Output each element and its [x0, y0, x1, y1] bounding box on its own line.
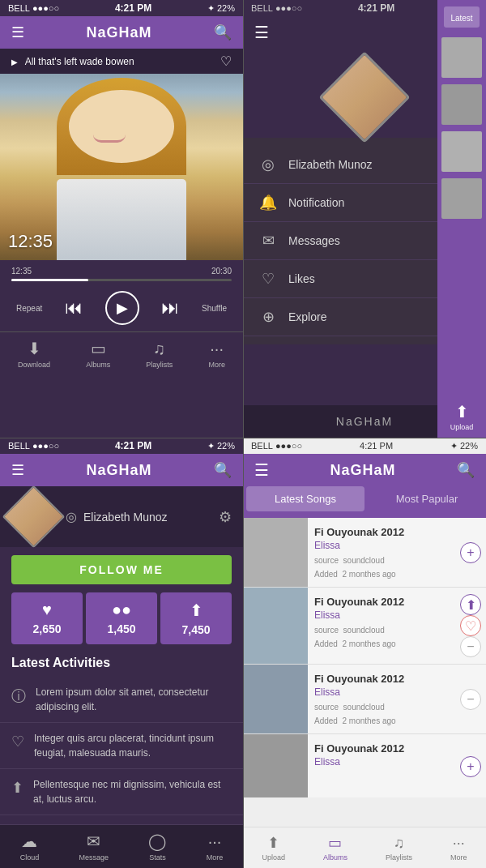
play-button[interactable]: ▶	[105, 291, 139, 325]
drawer-footer-text: NaGHaM	[336, 415, 393, 428]
song-add-button-0[interactable]: +	[460, 542, 481, 563]
tab-playlists[interactable]: ♫ Playlists	[146, 340, 173, 369]
song-remove-button-2[interactable]: −	[460, 689, 481, 710]
song-thumb-1	[243, 588, 308, 664]
drawer-likes-label: Likes	[288, 272, 315, 285]
carrier-label: BELL	[8, 3, 30, 13]
bluetooth-br-icon: ✦	[450, 441, 458, 451]
song-item-1: Fi Ouyounak 2012 Elissa source soundclou…	[243, 588, 486, 665]
follow-button[interactable]: FOLLOW ME	[11, 555, 232, 584]
profile-avatar	[2, 485, 66, 549]
uploads-value: 7,450	[181, 623, 210, 636]
more-icon-profile: ···	[208, 832, 222, 851]
profile-settings-icon[interactable]: ⚙	[219, 508, 232, 526]
wifi-bl-icon: ●●●○○	[32, 441, 59, 451]
stats-label: Stats	[149, 853, 166, 862]
avatar-image	[322, 55, 407, 139]
profile-tab-message[interactable]: ✉ Message	[79, 832, 109, 862]
profile-tab-stats[interactable]: ◯ Stats	[148, 832, 166, 862]
strip-thumb-2	[441, 84, 482, 125]
activity-text-2: Pellentesque nec mi dignissim, vehicula …	[33, 777, 232, 806]
song-name-0: Fi Ouyounak 2012	[314, 526, 449, 538]
profile-username: Elizabeth Munoz	[83, 511, 168, 524]
playlists-tab-icon: ♫	[394, 835, 405, 852]
songs-tab-albums[interactable]: ▭ Albums	[323, 834, 347, 862]
progress-bar[interactable]	[11, 279, 232, 281]
follow-btn-area: FOLLOW ME	[0, 547, 243, 592]
stat-likes: ♥ 2,650	[11, 592, 83, 644]
profile-bottom-nav: ☁ Cloud ✉ Message ◯ Stats ··· More	[0, 824, 243, 868]
albums-icon: ▭	[91, 339, 106, 358]
search-icon[interactable]: 🔍	[214, 24, 232, 41]
status-right: ✦ 22%	[207, 3, 235, 14]
profile-user-icon: ◎	[259, 156, 277, 173]
top-nav-profile: ☰ NaGHaM 🔍	[0, 454, 243, 486]
song-add-button-3[interactable]: +	[460, 756, 481, 777]
tab-more-player[interactable]: ··· More	[208, 340, 225, 369]
search-songs-icon[interactable]: 🔍	[457, 461, 475, 479]
top-nav-player: ☰ NaGHaM 🔍	[0, 16, 243, 49]
song-actions-1: ⬆ ♡ −	[455, 588, 486, 664]
activity-item-0: ⓘ Lorem ipsum dolor sit amet, consectetu…	[0, 677, 243, 723]
rewind-button[interactable]: ⏮	[65, 297, 83, 319]
song-remove-button-1[interactable]: −	[460, 636, 481, 657]
upload-button-strip[interactable]: ⬆ Upload	[437, 396, 486, 438]
profile-name-area: ◎ Elizabeth Munoz ⚙	[66, 508, 232, 526]
playlists-tab-label: Playlists	[386, 853, 412, 862]
cloud-icon: ☁	[21, 832, 37, 851]
tab-latest-songs[interactable]: Latest Songs	[246, 486, 364, 511]
search-profile-icon[interactable]: 🔍	[214, 461, 232, 479]
time-label: 4:21 PM	[115, 2, 151, 14]
favorite-icon[interactable]: ♡	[220, 53, 232, 69]
followers-stat-icon: ●●	[112, 601, 131, 619]
song-added-2: Added 2 monthes ago	[314, 716, 449, 725]
songs-tab-upload[interactable]: ⬆ Upload	[262, 834, 285, 862]
song-actions-3: +	[455, 734, 486, 797]
drawer-notification-label: Notification	[288, 196, 344, 209]
strip-thumb-3	[441, 131, 482, 172]
drawer-profile-label: Elizabeth Munoz	[288, 158, 373, 171]
total-time: 20:30	[211, 267, 232, 276]
app-title-profile: NaGHaM	[86, 462, 151, 479]
profile-tab-cloud[interactable]: ☁ Cloud	[20, 832, 40, 862]
album-art: 12:35	[0, 74, 243, 260]
bottom-tabs-player: ⬇ Download ▭ Albums ♫ Playlists ··· More	[0, 331, 243, 375]
tab-albums[interactable]: ▭ Albums	[86, 339, 110, 369]
bluetooth-icon: ✦	[207, 3, 215, 14]
songs-tab-playlists[interactable]: ♫ Playlists	[386, 835, 412, 862]
download-icon: ⬇	[28, 339, 41, 358]
progress-area: 12:35 20:30	[0, 260, 243, 284]
forward-button[interactable]: ⏭	[161, 297, 179, 319]
song-details-2: Fi Ouyounak 2012 Elissa source soundclou…	[308, 665, 455, 733]
activities-title: Latest Activities	[0, 652, 243, 677]
download-label: Download	[18, 361, 50, 369]
battery-label: 22%	[217, 3, 235, 13]
song-artist-2: Elissa	[314, 686, 449, 698]
app-title-songs: NaGHaM	[330, 462, 395, 479]
profile-tab-more[interactable]: ··· More	[207, 832, 224, 862]
song-added-0: Added 2 monthes ago	[314, 570, 449, 579]
stats-row: ♥ 2,650 ●● 1,450 ⬆ 7,450	[0, 592, 243, 652]
song-upload-button-1[interactable]: ⬆	[460, 594, 481, 615]
bluetooth-bl-icon: ✦	[207, 441, 215, 451]
latest-label: Latest	[450, 14, 472, 23]
progress-bar-fill	[11, 279, 88, 281]
song-meta-1: source soundcloud	[314, 626, 449, 635]
hamburger-profile[interactable]: ☰	[11, 461, 24, 479]
song-actions-0: +	[455, 518, 486, 587]
songs-tab-more[interactable]: ··· More	[450, 835, 467, 862]
song-artist-1: Elissa	[314, 609, 449, 621]
song-added-1: Added 2 monthes ago	[314, 639, 449, 648]
hamburger-drawer[interactable]: ☰	[254, 23, 269, 42]
tab-most-popular[interactable]: Most Papular	[368, 486, 486, 511]
repeat-label: Repeat	[16, 304, 42, 313]
song-info-bar: ▶ All that's left wade bowen ♡	[0, 49, 243, 74]
hamburger-songs[interactable]: ☰	[254, 460, 269, 480]
more-tab-icon: ···	[453, 835, 465, 852]
status-bar-bl: BELL ●●●○○ 4:21 PM ✦ 22%	[0, 438, 243, 454]
song-thumb-0	[243, 518, 308, 587]
profile-user-icon: ◎	[66, 509, 77, 524]
tab-download[interactable]: ⬇ Download	[18, 339, 50, 369]
hamburger-icon[interactable]: ☰	[11, 24, 24, 41]
song-like-button-1[interactable]: ♡	[460, 615, 481, 636]
